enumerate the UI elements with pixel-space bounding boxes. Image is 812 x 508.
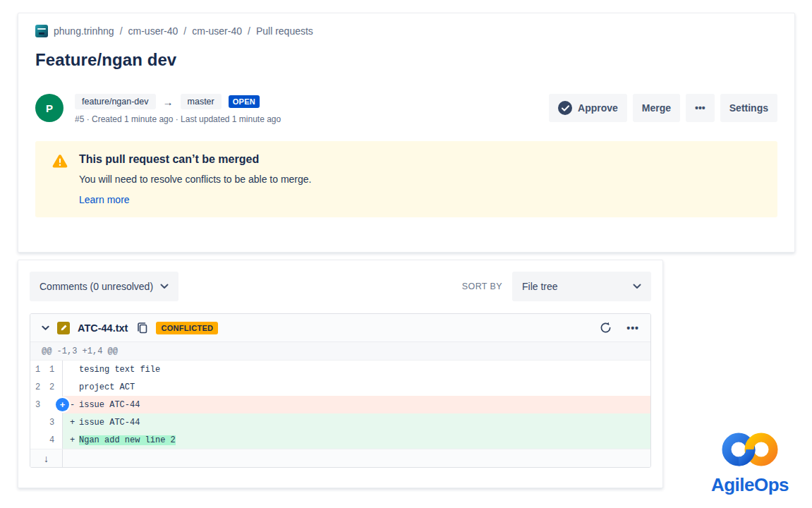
warning-title: This pull request can’t be merged (79, 153, 311, 166)
learn-more-link[interactable]: Learn more (79, 194, 130, 205)
breadcrumb-repository[interactable]: cm-user-40 (192, 25, 242, 37)
more-actions-button[interactable]: ••• (686, 94, 715, 122)
file-more-button[interactable]: ••• (626, 322, 639, 334)
approve-label: Approve (578, 102, 618, 114)
breadcrumb-project[interactable]: cm-user-40 (128, 25, 178, 37)
breadcrumb: phung.trinhng / cm-user-40 / cm-user-40 … (35, 25, 777, 37)
collapse-chevron-icon[interactable] (42, 325, 49, 331)
pr-actions: Approve Merge ••• Settings (549, 94, 777, 122)
sort-select[interactable]: File tree (512, 272, 651, 301)
sort-select-value: File tree (522, 281, 558, 292)
diff-line-context: 2 2 project ACT (30, 378, 650, 396)
diff-card: Comments (0 unresolved) SORT BY File tre… (18, 260, 663, 488)
line-text: tesing text file (79, 365, 160, 375)
source-branch-chip: feature/ngan-dev (75, 94, 156, 109)
file-modified-icon (57, 322, 70, 334)
chevron-down-icon (633, 284, 641, 289)
arrow-right-icon: → (163, 96, 174, 108)
expand-down-arrow[interactable]: ↓ (30, 449, 63, 467)
target-branch-chip: master (181, 94, 222, 109)
comments-dropdown-label: Comments (0 unresolved) (40, 281, 153, 292)
old-line-number: 1 (30, 361, 44, 378)
refresh-diff-icon[interactable] (599, 321, 612, 334)
agileops-infinity-icon (713, 429, 787, 470)
pr-header-row: P feature/ngan-dev → master OPEN #5 · Cr… (35, 94, 777, 124)
add-comment-button[interactable]: + (56, 398, 69, 411)
warning-body: You will need to resolve conflicts to be… (79, 174, 311, 185)
new-line-number: 1 (44, 361, 59, 378)
agileops-wordmark: AgileOps (704, 474, 796, 496)
repository-icon (35, 25, 48, 37)
new-line-number: 4 (44, 431, 59, 449)
sort-by-label: SORT BY (462, 282, 502, 291)
diff-line-removed: 3 + -issue ATC-44 (30, 396, 650, 413)
page: phung.trinhng / cm-user-40 / cm-user-40 … (0, 0, 812, 508)
breadcrumb-workspace[interactable]: phung.trinhng (54, 25, 114, 37)
diff-expander-row: ↓ (30, 449, 650, 467)
approve-button[interactable]: Approve (549, 94, 627, 122)
pr-meta: #5 · Created 1 minute ago · Last updated… (75, 114, 549, 124)
breadcrumb-separator: / (183, 25, 186, 37)
breadcrumb-pull-requests[interactable]: Pull requests (256, 25, 313, 37)
diff-toolbar: Comments (0 unresolved) SORT BY File tre… (30, 272, 651, 301)
old-line-number: 2 (30, 378, 44, 396)
comments-dropdown[interactable]: Comments (0 unresolved) (30, 272, 178, 301)
line-text-highlighted: Ngan add new line 2 (79, 435, 176, 445)
old-line-number (30, 413, 44, 431)
new-line-number: 2 (44, 378, 59, 396)
author-avatar[interactable]: P (35, 94, 63, 122)
check-circle-icon (558, 101, 572, 115)
settings-button[interactable]: Settings (720, 94, 777, 122)
pull-request-card: phung.trinhng / cm-user-40 / cm-user-40 … (18, 13, 795, 253)
page-title: Feature/ngan dev (35, 50, 777, 70)
warning-banner: This pull request can’t be merged You wi… (35, 141, 777, 217)
file-name[interactable]: ATC-44.txt (78, 322, 128, 334)
conflicted-badge: CONFLICTED (156, 322, 218, 334)
old-line-number: 3 (30, 396, 44, 413)
file-diff-panel: ATC-44.txt CONFLICTED ••• (30, 313, 651, 468)
breadcrumb-separator: / (120, 25, 123, 37)
line-text: issue ATC-44 (79, 400, 140, 410)
merge-button[interactable]: Merge (633, 94, 680, 122)
line-text: project ACT (79, 382, 135, 392)
old-line-number (30, 431, 44, 449)
warning-icon (52, 154, 68, 206)
breadcrumb-separator: / (248, 25, 250, 37)
copy-icon[interactable] (137, 322, 148, 334)
new-line-number: 3 (44, 413, 59, 431)
file-header: ATC-44.txt CONFLICTED ••• (30, 314, 650, 342)
line-text: issue ATC-44 (79, 418, 140, 428)
hunk-header: @@ -1,3 +1,4 @@ (30, 342, 650, 361)
diff-line-context: 1 1 tesing text file (30, 361, 650, 378)
diff-line-added: 4 +Ngan add new line 2 (30, 431, 650, 449)
chevron-down-icon (160, 284, 169, 289)
pr-state-badge: OPEN (229, 95, 260, 108)
diff-line-added: 3 +issue ATC-44 (30, 413, 650, 431)
agileops-logo: AgileOps (704, 429, 796, 496)
